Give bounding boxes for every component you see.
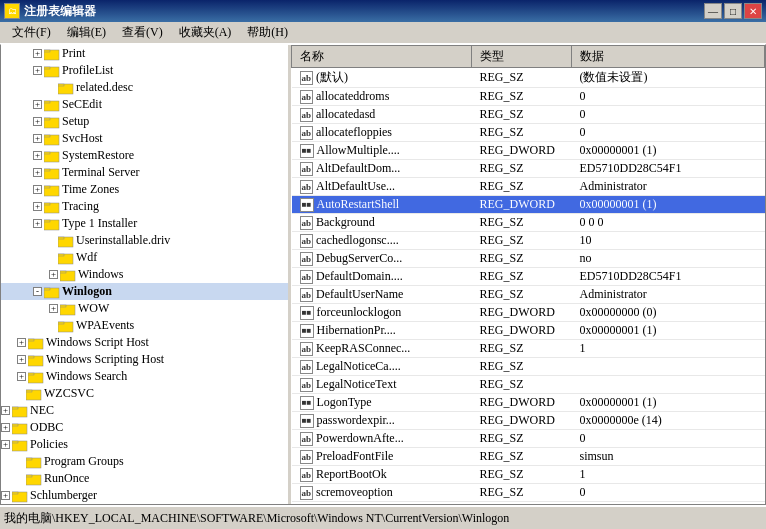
title-bar: 🗂 注册表编辑器 — □ ✕ bbox=[0, 0, 766, 22]
tree-panel[interactable]: + Print + ProfileList bbox=[1, 45, 291, 504]
expander-print[interactable]: + bbox=[33, 49, 42, 58]
menu-view[interactable]: 查看(V) bbox=[114, 22, 171, 43]
tree-item-wpaevents[interactable]: WPAEvents bbox=[1, 317, 288, 334]
table-row[interactable]: ■■AutoRestartShell REG_DWORD 0x00000001 … bbox=[292, 196, 765, 214]
table-row[interactable]: aballocatedasd REG_SZ 0 bbox=[292, 106, 765, 124]
expander-schlumberger[interactable]: + bbox=[1, 491, 10, 500]
tree-item-userinstallable[interactable]: Userinstallable.driv bbox=[1, 232, 288, 249]
menu-help[interactable]: 帮助(H) bbox=[239, 22, 296, 43]
tree-item-windows[interactable]: + Windows bbox=[1, 266, 288, 283]
tree-item-svchost[interactable]: + SvcHost bbox=[1, 130, 288, 147]
table-row[interactable]: ■■passwordexpir... REG_DWORD 0x0000000e … bbox=[292, 412, 765, 430]
table-row[interactable]: abPreloadFontFile REG_SZ simsun bbox=[292, 448, 765, 466]
expander-wow[interactable]: + bbox=[49, 304, 58, 313]
table-row[interactable]: abscremoveoption REG_SZ 0 bbox=[292, 484, 765, 502]
table-row[interactable]: aballocatefloppies REG_SZ 0 bbox=[292, 124, 765, 142]
table-row[interactable]: abKeepRASConnec... REG_SZ 1 bbox=[292, 340, 765, 358]
menu-edit[interactable]: 编辑(E) bbox=[59, 22, 114, 43]
table-row[interactable]: abBackground REG_SZ 0 0 0 bbox=[292, 214, 765, 232]
expander-systemrestore[interactable]: + bbox=[33, 151, 42, 160]
svg-rect-35 bbox=[28, 339, 34, 341]
tree-item-type1installer[interactable]: + Type 1 Installer bbox=[1, 215, 288, 232]
tree-item-wsearch[interactable]: + Windows Search bbox=[1, 368, 288, 385]
tree-scroll[interactable]: + Print + ProfileList bbox=[1, 45, 288, 504]
label-timezones: Time Zones bbox=[62, 182, 119, 197]
table-row[interactable]: ■■LogonType REG_DWORD 0x00000001 (1) bbox=[292, 394, 765, 412]
table-row[interactable]: ■■HibernationPr.... REG_DWORD 0x00000001… bbox=[292, 322, 765, 340]
maximize-button[interactable]: □ bbox=[724, 3, 742, 19]
table-row[interactable]: abLegalNoticeText REG_SZ bbox=[292, 376, 765, 394]
folder-icon-terminal-server bbox=[44, 166, 60, 180]
tree-item-tracing[interactable]: + Tracing bbox=[1, 198, 288, 215]
expander-type1installer[interactable]: + bbox=[33, 219, 42, 228]
close-button[interactable]: ✕ bbox=[744, 3, 762, 19]
menu-file[interactable]: 文件(F) bbox=[4, 22, 59, 43]
expander-tracing[interactable]: + bbox=[33, 202, 42, 211]
tree-item-wscriptinghost[interactable]: + Windows Scripting Host bbox=[1, 351, 288, 368]
table-row[interactable]: ■■AllowMultiple.... REG_DWORD 0x00000001… bbox=[292, 142, 765, 160]
tree-item-winlogon[interactable]: - Winlogon bbox=[1, 283, 288, 300]
table-row[interactable]: ab(默认) REG_SZ (数值未设置) bbox=[292, 68, 765, 88]
tree-item-schlumberger[interactable]: + Schlumberger bbox=[1, 487, 288, 504]
expander-setup[interactable]: + bbox=[33, 117, 42, 126]
expander-winlogon[interactable]: - bbox=[33, 287, 42, 296]
label-wscriptinghost: Windows Scripting Host bbox=[46, 352, 164, 367]
cell-data: Administrator bbox=[572, 286, 765, 304]
table-row[interactable]: abLegalNoticeCa.... REG_SZ bbox=[292, 358, 765, 376]
tree-item-systemrestore[interactable]: + SystemRestore bbox=[1, 147, 288, 164]
table-row[interactable]: abDefaultUserName REG_SZ Administrator bbox=[292, 286, 765, 304]
table-row[interactable]: abDefaultDomain.... REG_SZ ED5710DD28C54… bbox=[292, 268, 765, 286]
expander-profilelist[interactable]: + bbox=[33, 66, 42, 75]
expander-scedit[interactable]: + bbox=[33, 100, 42, 109]
tree-item-nec[interactable]: + NEC bbox=[1, 402, 288, 419]
table-row[interactable]: aballocateddroms REG_SZ 0 bbox=[292, 88, 765, 106]
table-row[interactable]: abReportBootOk REG_SZ 1 bbox=[292, 466, 765, 484]
tree-item-program-groups[interactable]: Program Groups bbox=[1, 453, 288, 470]
tree-item-related-desc[interactable]: related.desc bbox=[1, 79, 288, 96]
expander-windows[interactable]: + bbox=[49, 270, 58, 279]
minimize-button[interactable]: — bbox=[704, 3, 722, 19]
cell-name: abAltDefaultUse... bbox=[292, 178, 472, 196]
folder-icon-nec bbox=[12, 404, 28, 418]
table-row[interactable]: abcachedlogonsc.... REG_SZ 10 bbox=[292, 232, 765, 250]
expander-timezones[interactable]: + bbox=[33, 185, 42, 194]
tree-item-scedit[interactable]: + SeCEdit bbox=[1, 96, 288, 113]
table-row[interactable]: abAltDefaultDom... REG_SZ ED5710DD28C54F… bbox=[292, 160, 765, 178]
expander-odbc[interactable]: + bbox=[1, 423, 10, 432]
tree-item-timezones[interactable]: + Time Zones bbox=[1, 181, 288, 198]
table-row[interactable]: abPowerdownAfte... REG_SZ 0 bbox=[292, 430, 765, 448]
label-scedit: SeCEdit bbox=[62, 97, 102, 112]
tree-item-profilelist[interactable]: + ProfileList bbox=[1, 62, 288, 79]
expander-svchost[interactable]: + bbox=[33, 134, 42, 143]
table-row[interactable]: ■■forceunlocklogon REG_DWORD 0x00000000 … bbox=[292, 304, 765, 322]
cell-name: ■■HibernationPr.... bbox=[292, 322, 472, 340]
reg-table[interactable]: 名称 类型 数据 ab(默认) REG_SZ (数值未设置) aballocat… bbox=[291, 45, 765, 504]
label-windows: Windows bbox=[78, 267, 124, 282]
table-row[interactable]: abAltDefaultUse... REG_SZ Administrator bbox=[292, 178, 765, 196]
expander-wshost[interactable]: + bbox=[17, 338, 26, 347]
expander-policies[interactable]: + bbox=[1, 440, 10, 449]
tree-item-print[interactable]: + Print bbox=[1, 45, 288, 62]
tree-item-wdf[interactable]: Wdf bbox=[1, 249, 288, 266]
cell-type: REG_SZ bbox=[472, 124, 572, 142]
table-row[interactable]: abDebugServerCo... REG_SZ no bbox=[292, 250, 765, 268]
tree-item-setup[interactable]: + Setup bbox=[1, 113, 288, 130]
cell-name: abAltDefaultDom... bbox=[292, 160, 472, 178]
tree-item-wshost[interactable]: + Windows Script Host bbox=[1, 334, 288, 351]
folder-icon-wow bbox=[60, 302, 76, 316]
expander-wsearch[interactable]: + bbox=[17, 372, 26, 381]
cell-data: 0 bbox=[572, 124, 765, 142]
tree-item-terminal-server[interactable]: + Terminal Server bbox=[1, 164, 288, 181]
tree-item-wow[interactable]: + WOW bbox=[1, 300, 288, 317]
cell-data: 0 bbox=[572, 430, 765, 448]
menu-favorites[interactable]: 收藏夹(A) bbox=[171, 22, 240, 43]
expander-wscriptinghost[interactable]: + bbox=[17, 355, 26, 364]
tree-item-odbc[interactable]: + ODBC bbox=[1, 419, 288, 436]
expander-nec[interactable]: + bbox=[1, 406, 10, 415]
tree-item-policies[interactable]: + Policies bbox=[1, 436, 288, 453]
tree-item-wzcsvc[interactable]: WZCSVC bbox=[1, 385, 288, 402]
tree-item-runonce[interactable]: RunOnce bbox=[1, 470, 288, 487]
cell-type: REG_SZ bbox=[472, 88, 572, 106]
expander-terminal-server[interactable]: + bbox=[33, 168, 42, 177]
label-wsearch: Windows Search bbox=[46, 369, 127, 384]
